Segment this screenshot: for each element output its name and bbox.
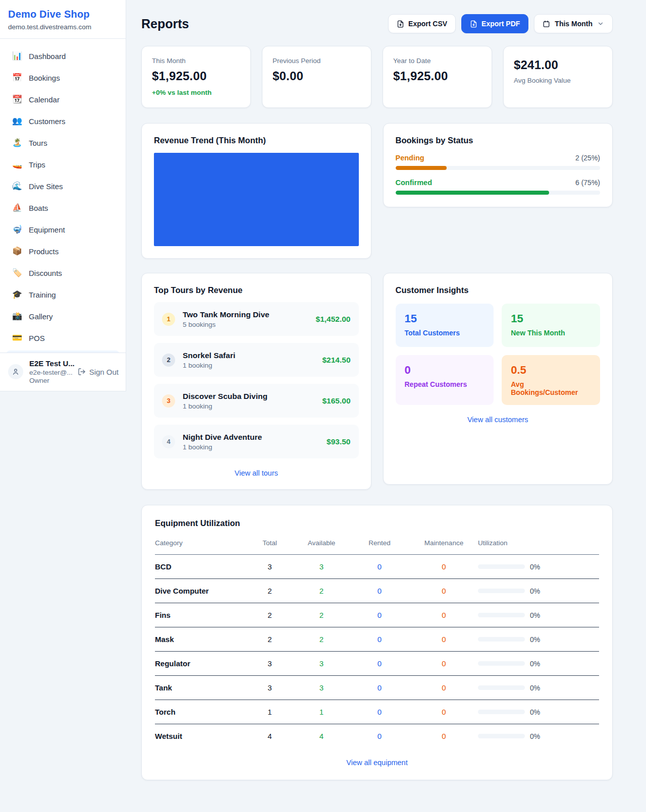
tour-row: 2 Snorkel Safari 1 booking $214.50 [154, 343, 359, 377]
tag-icon: 🏷️ [12, 269, 22, 277]
insight-label: Repeat Customers [405, 380, 485, 388]
utilization-track [478, 661, 525, 666]
table-row: Regulator 3 3 0 0 0% [155, 652, 599, 676]
customer-insights-title: Customer Insights [396, 285, 601, 295]
cell-rented: 0 [349, 700, 410, 724]
tour-row: 3 Discover Scuba Diving 1 booking $165.0… [154, 384, 359, 418]
export-csv-label: Export CSV [408, 20, 447, 28]
period-select[interactable]: This Month [534, 14, 613, 33]
sidebar-item-calendar[interactable]: 📆Calendar [6, 90, 120, 108]
shop-domain: demo.test.divestreams.com [8, 23, 118, 31]
utilization-track [478, 564, 525, 569]
cell-maintenance: 0 [410, 700, 478, 724]
sidebar-item-discounts[interactable]: 🏷️Discounts [6, 264, 120, 282]
sidebar-item-label: Equipment [29, 225, 65, 234]
view-all-equipment-link[interactable]: View all equipment [155, 759, 599, 767]
tour-name: Snorkel Safari [183, 351, 235, 360]
cell-total: 1 [246, 700, 294, 724]
tour-revenue: $1,452.00 [316, 315, 351, 324]
export-pdf-label: Export PDF [481, 20, 520, 28]
sign-out-label: Sign Out [89, 368, 119, 376]
tour-bookings: 1 booking [183, 443, 262, 451]
export-pdf-button[interactable]: Export PDF [461, 14, 528, 33]
stat-change: +0% vs last month [152, 89, 240, 96]
sidebar-item-label: Training [29, 291, 56, 299]
cell-utilization: 0% [478, 724, 599, 748]
sidebar-item-pos[interactable]: 💳POS [6, 329, 120, 347]
sidebar-item-tours[interactable]: 🏝️Tours [6, 134, 120, 152]
tour-info: Snorkel Safari 1 booking [183, 351, 235, 369]
cell-total: 2 [246, 579, 294, 603]
sidebar-item-trips[interactable]: 🚤Trips [6, 155, 120, 173]
column-header-available: Available [294, 535, 349, 555]
insight-tile-repeat-customers: 0 Repeat Customers [396, 355, 494, 405]
sidebar-item-products[interactable]: 📦Products [6, 242, 120, 260]
cell-maintenance: 0 [410, 652, 478, 676]
stat-label: This Month [152, 57, 240, 65]
sidebar-item-label: Bookings [29, 74, 60, 82]
status-value: 2 (25%) [575, 154, 600, 162]
stat-value: $1,925.00 [152, 69, 240, 83]
sidebar-item-label: Customers [29, 117, 66, 126]
progress-fill [396, 166, 447, 170]
rank-badge: 3 [162, 394, 175, 408]
progress-track [396, 166, 601, 170]
tour-revenue: $93.50 [327, 437, 350, 446]
cell-category: Regulator [155, 652, 246, 676]
cell-category: BCD [155, 555, 246, 579]
sign-out-button[interactable]: Sign Out [78, 368, 119, 376]
cell-available: 3 [294, 652, 349, 676]
sidebar-item-customers[interactable]: 👥Customers [6, 112, 120, 130]
status-row-confirmed: Confirmed 6 (75%) [396, 179, 601, 195]
cell-rented: 0 [349, 579, 410, 603]
equipment-utilization-title: Equipment Utilization [155, 518, 599, 528]
stat-card-previous-period: Previous Period $0.00 [262, 46, 371, 108]
status-row-pending: Pending 2 (25%) [396, 154, 601, 170]
cell-maintenance: 0 [410, 627, 478, 652]
sidebar-item-label: Products [29, 247, 59, 256]
sidebar-item-dashboard[interactable]: 📊Dashboard [6, 47, 120, 65]
insight-label: Total Customers [405, 329, 485, 337]
cell-category: Fins [155, 603, 246, 627]
view-all-tours-link[interactable]: View all tours [154, 469, 359, 477]
customer-insights-card: Customer Insights 15 Total Customers 15 … [383, 273, 613, 485]
tour-bookings: 5 bookings [183, 321, 270, 328]
cell-rented: 0 [349, 555, 410, 579]
revenue-trend-chart [154, 153, 359, 246]
sidebar-item-bookings[interactable]: 📅Bookings [6, 69, 120, 87]
column-header-category: Category [155, 535, 246, 555]
cell-total: 2 [246, 603, 294, 627]
sidebar-item-gallery[interactable]: 📸Gallery [6, 307, 120, 325]
cell-utilization: 0% [478, 579, 599, 603]
utilization-text: 0% [530, 635, 540, 644]
view-all-customers-link[interactable]: View all customers [396, 416, 601, 424]
cell-utilization: 0% [478, 555, 599, 579]
file-download-icon [397, 20, 404, 28]
page-title: Reports [141, 17, 189, 31]
cell-rented: 0 [349, 603, 410, 627]
table-row: Dive Computer 2 2 0 0 0% [155, 579, 599, 603]
chevron-down-icon [597, 20, 604, 27]
camera-icon: 📸 [12, 312, 22, 320]
revenue-trend-title: Revenue Trend (This Month) [154, 136, 359, 145]
cell-category: Wetsuit [155, 724, 246, 748]
column-header-maintenance: Maintenance [410, 535, 478, 555]
cell-category: Dive Computer [155, 579, 246, 603]
stats-row: This Month $1,925.00 +0% vs last month P… [141, 46, 613, 108]
export-csv-button[interactable]: Export CSV [388, 14, 456, 33]
revenue-trend-card: Revenue Trend (This Month) [141, 123, 371, 259]
person-icon [12, 368, 20, 376]
sidebar-item-label: Calendar [29, 95, 60, 104]
sidebar: Demo Dive Shop demo.test.divestreams.com… [0, 0, 126, 391]
sidebar-item-training[interactable]: 🎓Training [6, 285, 120, 304]
utilization-track [478, 685, 525, 690]
cell-total: 3 [246, 555, 294, 579]
cell-maintenance: 0 [410, 579, 478, 603]
insight-grid: 15 Total Customers 15 New This Month 0 R… [396, 304, 601, 405]
insight-tile-avg-bookings: 0.5 Avg Bookings/Customer [502, 355, 600, 405]
sidebar-item-dive-sites[interactable]: 🌊Dive Sites [6, 177, 120, 195]
sidebar-item-boats[interactable]: ⛵Boats [6, 199, 120, 217]
file-download-icon [470, 20, 477, 28]
column-header-rented: Rented [349, 535, 410, 555]
sidebar-item-equipment[interactable]: 🤿Equipment [6, 220, 120, 239]
